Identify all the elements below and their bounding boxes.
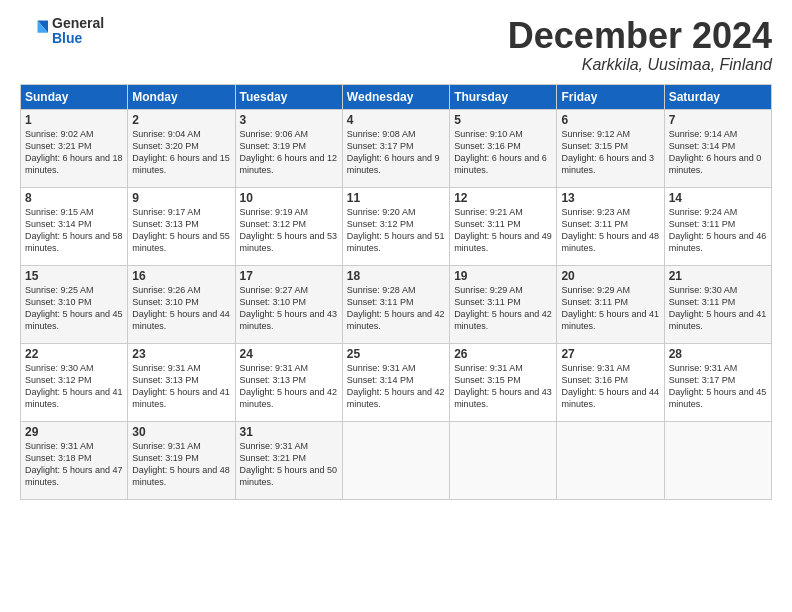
day-number: 27	[561, 347, 659, 361]
table-row: 25Sunrise: 9:31 AM Sunset: 3:14 PM Dayli…	[342, 343, 449, 421]
day-info: Sunrise: 9:31 AM Sunset: 3:21 PM Dayligh…	[240, 440, 338, 489]
title-block: December 2024 Karkkila, Uusimaa, Finland	[508, 16, 772, 74]
day-info: Sunrise: 9:31 AM Sunset: 3:13 PM Dayligh…	[240, 362, 338, 411]
day-number: 14	[669, 191, 767, 205]
col-saturday: Saturday	[664, 84, 771, 109]
logo: General Blue	[20, 16, 104, 47]
logo-icon	[20, 17, 48, 45]
table-row: 1Sunrise: 9:02 AM Sunset: 3:21 PM Daylig…	[21, 109, 128, 187]
day-number: 31	[240, 425, 338, 439]
calendar-week-row: 15Sunrise: 9:25 AM Sunset: 3:10 PM Dayli…	[21, 265, 772, 343]
day-info: Sunrise: 9:30 AM Sunset: 3:12 PM Dayligh…	[25, 362, 123, 411]
table-row: 19Sunrise: 9:29 AM Sunset: 3:11 PM Dayli…	[450, 265, 557, 343]
table-row: 10Sunrise: 9:19 AM Sunset: 3:12 PM Dayli…	[235, 187, 342, 265]
logo-text: General Blue	[52, 16, 104, 47]
col-thursday: Thursday	[450, 84, 557, 109]
table-row	[450, 421, 557, 499]
day-number: 21	[669, 269, 767, 283]
day-info: Sunrise: 9:26 AM Sunset: 3:10 PM Dayligh…	[132, 284, 230, 333]
table-row: 8Sunrise: 9:15 AM Sunset: 3:14 PM Daylig…	[21, 187, 128, 265]
logo-blue: Blue	[52, 31, 104, 46]
table-row: 6Sunrise: 9:12 AM Sunset: 3:15 PM Daylig…	[557, 109, 664, 187]
day-number: 12	[454, 191, 552, 205]
table-row: 16Sunrise: 9:26 AM Sunset: 3:10 PM Dayli…	[128, 265, 235, 343]
day-number: 25	[347, 347, 445, 361]
day-info: Sunrise: 9:31 AM Sunset: 3:13 PM Dayligh…	[132, 362, 230, 411]
day-info: Sunrise: 9:31 AM Sunset: 3:18 PM Dayligh…	[25, 440, 123, 489]
table-row: 27Sunrise: 9:31 AM Sunset: 3:16 PM Dayli…	[557, 343, 664, 421]
calendar-week-row: 8Sunrise: 9:15 AM Sunset: 3:14 PM Daylig…	[21, 187, 772, 265]
day-info: Sunrise: 9:15 AM Sunset: 3:14 PM Dayligh…	[25, 206, 123, 255]
day-info: Sunrise: 9:31 AM Sunset: 3:15 PM Dayligh…	[454, 362, 552, 411]
table-row: 13Sunrise: 9:23 AM Sunset: 3:11 PM Dayli…	[557, 187, 664, 265]
page: General Blue December 2024 Karkkila, Uus…	[0, 0, 792, 612]
table-row: 29Sunrise: 9:31 AM Sunset: 3:18 PM Dayli…	[21, 421, 128, 499]
col-monday: Monday	[128, 84, 235, 109]
day-info: Sunrise: 9:27 AM Sunset: 3:10 PM Dayligh…	[240, 284, 338, 333]
day-info: Sunrise: 9:23 AM Sunset: 3:11 PM Dayligh…	[561, 206, 659, 255]
day-number: 9	[132, 191, 230, 205]
table-row: 15Sunrise: 9:25 AM Sunset: 3:10 PM Dayli…	[21, 265, 128, 343]
logo-general: General	[52, 16, 104, 31]
day-info: Sunrise: 9:31 AM Sunset: 3:19 PM Dayligh…	[132, 440, 230, 489]
day-number: 23	[132, 347, 230, 361]
day-number: 11	[347, 191, 445, 205]
day-info: Sunrise: 9:24 AM Sunset: 3:11 PM Dayligh…	[669, 206, 767, 255]
day-number: 3	[240, 113, 338, 127]
table-row: 24Sunrise: 9:31 AM Sunset: 3:13 PM Dayli…	[235, 343, 342, 421]
day-info: Sunrise: 9:19 AM Sunset: 3:12 PM Dayligh…	[240, 206, 338, 255]
table-row: 21Sunrise: 9:30 AM Sunset: 3:11 PM Dayli…	[664, 265, 771, 343]
day-number: 6	[561, 113, 659, 127]
day-info: Sunrise: 9:29 AM Sunset: 3:11 PM Dayligh…	[454, 284, 552, 333]
day-info: Sunrise: 9:31 AM Sunset: 3:14 PM Dayligh…	[347, 362, 445, 411]
day-info: Sunrise: 9:10 AM Sunset: 3:16 PM Dayligh…	[454, 128, 552, 177]
table-row: 22Sunrise: 9:30 AM Sunset: 3:12 PM Dayli…	[21, 343, 128, 421]
day-info: Sunrise: 9:02 AM Sunset: 3:21 PM Dayligh…	[25, 128, 123, 177]
day-number: 15	[25, 269, 123, 283]
day-info: Sunrise: 9:17 AM Sunset: 3:13 PM Dayligh…	[132, 206, 230, 255]
calendar-header-row: Sunday Monday Tuesday Wednesday Thursday…	[21, 84, 772, 109]
day-number: 24	[240, 347, 338, 361]
table-row: 2Sunrise: 9:04 AM Sunset: 3:20 PM Daylig…	[128, 109, 235, 187]
day-info: Sunrise: 9:14 AM Sunset: 3:14 PM Dayligh…	[669, 128, 767, 177]
day-number: 5	[454, 113, 552, 127]
table-row: 28Sunrise: 9:31 AM Sunset: 3:17 PM Dayli…	[664, 343, 771, 421]
table-row: 4Sunrise: 9:08 AM Sunset: 3:17 PM Daylig…	[342, 109, 449, 187]
location-title: Karkkila, Uusimaa, Finland	[508, 56, 772, 74]
day-number: 28	[669, 347, 767, 361]
day-number: 10	[240, 191, 338, 205]
day-info: Sunrise: 9:06 AM Sunset: 3:19 PM Dayligh…	[240, 128, 338, 177]
col-sunday: Sunday	[21, 84, 128, 109]
day-info: Sunrise: 9:31 AM Sunset: 3:17 PM Dayligh…	[669, 362, 767, 411]
table-row: 7Sunrise: 9:14 AM Sunset: 3:14 PM Daylig…	[664, 109, 771, 187]
table-row: 17Sunrise: 9:27 AM Sunset: 3:10 PM Dayli…	[235, 265, 342, 343]
table-row: 20Sunrise: 9:29 AM Sunset: 3:11 PM Dayli…	[557, 265, 664, 343]
day-info: Sunrise: 9:28 AM Sunset: 3:11 PM Dayligh…	[347, 284, 445, 333]
table-row: 26Sunrise: 9:31 AM Sunset: 3:15 PM Dayli…	[450, 343, 557, 421]
day-number: 7	[669, 113, 767, 127]
day-info: Sunrise: 9:25 AM Sunset: 3:10 PM Dayligh…	[25, 284, 123, 333]
day-info: Sunrise: 9:30 AM Sunset: 3:11 PM Dayligh…	[669, 284, 767, 333]
table-row: 18Sunrise: 9:28 AM Sunset: 3:11 PM Dayli…	[342, 265, 449, 343]
calendar: Sunday Monday Tuesday Wednesday Thursday…	[20, 84, 772, 500]
table-row: 23Sunrise: 9:31 AM Sunset: 3:13 PM Dayli…	[128, 343, 235, 421]
day-number: 29	[25, 425, 123, 439]
col-friday: Friday	[557, 84, 664, 109]
day-info: Sunrise: 9:31 AM Sunset: 3:16 PM Dayligh…	[561, 362, 659, 411]
table-row	[342, 421, 449, 499]
calendar-week-row: 1Sunrise: 9:02 AM Sunset: 3:21 PM Daylig…	[21, 109, 772, 187]
day-number: 26	[454, 347, 552, 361]
day-info: Sunrise: 9:04 AM Sunset: 3:20 PM Dayligh…	[132, 128, 230, 177]
table-row: 14Sunrise: 9:24 AM Sunset: 3:11 PM Dayli…	[664, 187, 771, 265]
day-number: 30	[132, 425, 230, 439]
day-number: 17	[240, 269, 338, 283]
col-tuesday: Tuesday	[235, 84, 342, 109]
day-number: 19	[454, 269, 552, 283]
header: General Blue December 2024 Karkkila, Uus…	[20, 16, 772, 74]
table-row: 30Sunrise: 9:31 AM Sunset: 3:19 PM Dayli…	[128, 421, 235, 499]
calendar-week-row: 22Sunrise: 9:30 AM Sunset: 3:12 PM Dayli…	[21, 343, 772, 421]
table-row: 11Sunrise: 9:20 AM Sunset: 3:12 PM Dayli…	[342, 187, 449, 265]
day-number: 20	[561, 269, 659, 283]
table-row	[664, 421, 771, 499]
day-number: 4	[347, 113, 445, 127]
